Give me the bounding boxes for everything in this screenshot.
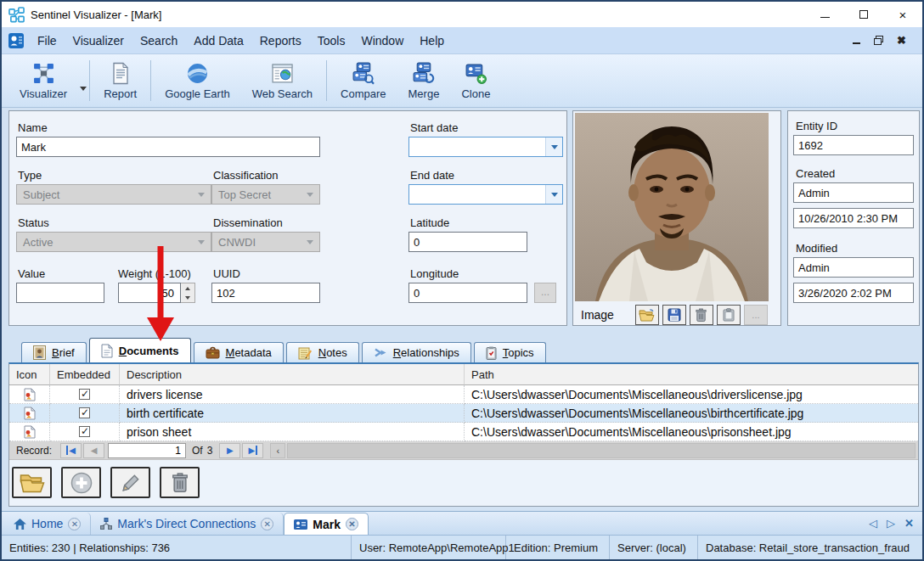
record-navigator: Record: ◀ ◀ Of 3 ▶ ▶ ‹ [9, 441, 918, 460]
image-paste-button[interactable] [717, 305, 741, 325]
metadata-icon [206, 346, 220, 359]
longitude-input[interactable] [408, 283, 527, 303]
name-input[interactable] [16, 137, 320, 157]
menu-item-window[interactable]: Window [353, 30, 411, 52]
weight-label: Weight (1-100) [118, 267, 191, 280]
first-record-button[interactable]: ◀ [60, 443, 82, 458]
horizontal-scrollbar[interactable] [287, 443, 916, 458]
table-row[interactable] [9, 423, 50, 441]
tab-notes[interactable]: Notes [286, 342, 359, 362]
tab-metadata[interactable]: Metadata [194, 342, 284, 362]
merge-icon [412, 62, 435, 85]
maximize-icon [859, 10, 868, 19]
workspace-tab-home[interactable]: Home ✕ [4, 513, 91, 535]
menu-item-help[interactable]: Help [412, 30, 452, 52]
scroll-left-button[interactable]: ‹ [270, 443, 285, 458]
last-record-button[interactable]: ▶ [242, 443, 263, 458]
close-tab-group-icon[interactable]: ✕ [904, 517, 914, 530]
web-search-button[interactable]: Web Search [241, 59, 324, 103]
image-toolbar: Image [573, 304, 780, 326]
open-document-button[interactable] [12, 467, 52, 498]
close-button[interactable]: × [883, 2, 922, 27]
image-delete-button[interactable] [690, 305, 713, 325]
mdi-close-button[interactable]: ✖ [897, 34, 906, 47]
menu-item-visualizer[interactable]: Visualizer [65, 30, 132, 52]
table-row[interactable] [9, 404, 50, 423]
menu-item-search[interactable]: Search [132, 30, 185, 52]
image-file-icon [23, 425, 37, 439]
next-record-button[interactable]: ▶ [219, 443, 240, 458]
weight-input[interactable] [118, 283, 181, 303]
scroll-tabs-left-icon[interactable]: ◁ [869, 517, 877, 530]
column-header-description[interactable]: Description [120, 364, 465, 385]
app-logo-icon [8, 7, 25, 23]
google-earth-button[interactable]: Google Earth [154, 59, 241, 103]
image-save-button[interactable] [662, 305, 686, 325]
document-path[interactable]: C:\Users\dwasser\Documents\Miscellaneous… [465, 404, 918, 423]
mdi-minimize-button[interactable] [853, 42, 860, 44]
close-tab-icon[interactable]: ✕ [68, 518, 81, 530]
compare-button[interactable]: Compare [330, 59, 397, 103]
mdi-restore-button[interactable] [874, 36, 883, 45]
document-path[interactable]: C:\Users\dwasser\Documents\Miscellaneous… [465, 385, 918, 404]
previous-record-button[interactable]: ◀ [83, 443, 104, 458]
menu-item-tools[interactable]: Tools [310, 30, 353, 52]
clone-icon [465, 62, 487, 85]
column-header-icon[interactable]: Icon [9, 364, 50, 385]
document-description[interactable]: drivers license [120, 385, 465, 404]
end-date-dropdown-button[interactable] [545, 185, 562, 204]
table-row[interactable] [9, 385, 50, 404]
document-path[interactable]: C:\Users\dwasser\Documents\Miscellaneous… [465, 423, 918, 441]
start-date-dropdown-button[interactable] [545, 137, 562, 156]
minimize-button[interactable] [805, 2, 844, 27]
column-header-path[interactable]: Path [465, 364, 918, 385]
documents-table: Icon Embedded Description Path drivers l… [9, 364, 918, 441]
delete-document-button[interactable] [160, 467, 200, 498]
column-header-embedded[interactable]: Embedded [50, 364, 120, 385]
merge-button[interactable]: Merge [397, 59, 451, 103]
embedded-checkbox[interactable] [50, 385, 120, 404]
menu-item-file[interactable]: File [30, 30, 65, 52]
topics-icon [486, 346, 497, 360]
latitude-label: Latitude [410, 216, 449, 229]
previous-record-icon: ◀ [91, 446, 98, 455]
close-tab-icon[interactable]: ✕ [261, 518, 273, 530]
visualizer-dropdown-caret[interactable] [80, 87, 87, 91]
image-file-icon [23, 407, 37, 420]
record-number-input[interactable] [108, 443, 186, 458]
maximize-button[interactable] [844, 2, 883, 27]
report-button[interactable]: Report [93, 59, 148, 103]
tab-relationships[interactable]: Relationships [362, 342, 471, 362]
clone-button[interactable]: Clone [450, 59, 501, 103]
open-folder-icon [639, 309, 655, 322]
start-date-picker[interactable] [408, 137, 563, 157]
embedded-checkbox[interactable] [50, 423, 120, 441]
close-tab-icon[interactable]: ✕ [346, 518, 358, 530]
embedded-checkbox[interactable] [50, 404, 120, 423]
title-bar: Sentinel Visualizer - [Mark] × [2, 2, 922, 27]
tab-topics[interactable]: Topics [474, 342, 546, 362]
next-record-icon: ▶ [227, 446, 234, 455]
uuid-input[interactable] [211, 283, 320, 303]
weight-up-button[interactable] [181, 283, 194, 293]
edit-document-button[interactable] [110, 467, 150, 498]
end-date-picker[interactable] [408, 184, 563, 205]
workspace-tab-mark[interactable]: Mark ✕ [284, 513, 369, 535]
add-document-button[interactable] [61, 467, 101, 498]
scroll-tabs-right-icon[interactable]: ▷ [887, 517, 895, 530]
tab-documents[interactable]: Documents [89, 338, 191, 362]
workspace-tab-direct-connections[interactable]: Mark's Direct Connections ✕ [91, 513, 284, 535]
menu-item-reports[interactable]: Reports [252, 30, 309, 52]
menu-item-add-data[interactable]: Add Data [186, 30, 251, 52]
document-description[interactable]: birth certificate [120, 404, 465, 423]
visualizer-button[interactable]: Visualizer [8, 59, 78, 103]
document-description[interactable]: prison sheet [120, 423, 465, 441]
name-label: Name [18, 121, 48, 134]
checkbox-checked-icon [79, 407, 90, 418]
weight-down-button[interactable] [181, 293, 194, 302]
latitude-input[interactable] [408, 232, 527, 252]
image-open-button[interactable] [635, 305, 659, 325]
notes-icon [298, 346, 313, 360]
value-input[interactable] [16, 283, 104, 303]
tab-brief[interactable]: Brief [21, 342, 87, 362]
